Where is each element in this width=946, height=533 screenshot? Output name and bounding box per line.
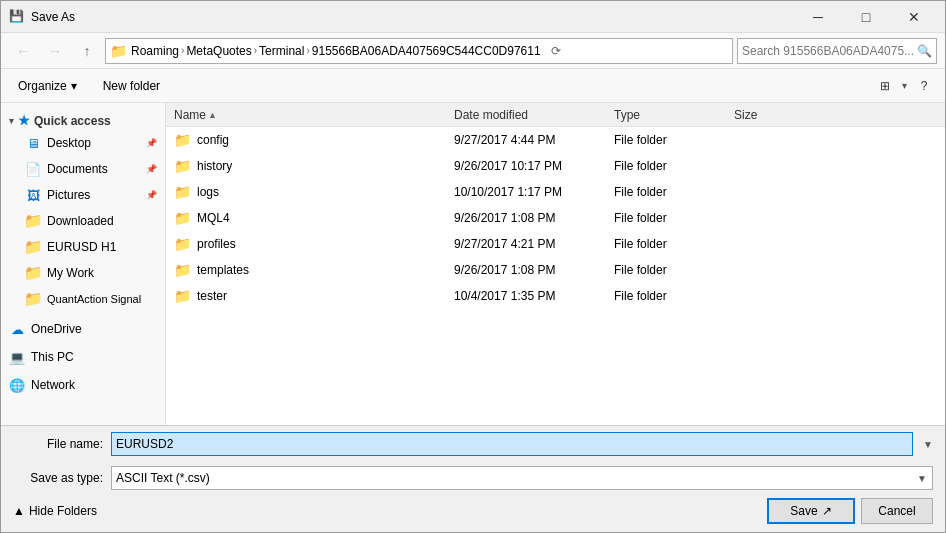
sidebar-thispc-label: This PC <box>31 350 74 364</box>
file-list-header: Name ▲ Date modified Type Size <box>166 103 945 127</box>
downloaded-icon: 📁 <box>25 213 41 229</box>
col-date-label: Date modified <box>454 108 528 122</box>
folder-icon-sm: 📁 <box>174 288 191 304</box>
file-cell-type: File folder <box>614 211 734 225</box>
sidebar-item-pictures[interactable]: 🖼 Pictures 📌 <box>1 182 165 208</box>
sidebar-item-quantaction[interactable]: 📁 QuantAction Signal <box>1 286 165 312</box>
quick-access-chevron-icon: ▾ <box>9 116 14 126</box>
file-cell-type: File folder <box>614 289 734 303</box>
title-bar: 💾 Save As ─ □ ✕ <box>1 1 945 33</box>
table-row[interactable]: 📁 tester 10/4/2017 1:35 PM File folder <box>166 283 945 309</box>
breadcrumb-metaquotes[interactable]: MetaQuotes <box>186 44 251 58</box>
sidebar-item-desktop[interactable]: 🖥 Desktop 📌 <box>1 130 165 156</box>
col-type-label: Type <box>614 108 640 122</box>
file-cell-name: 📁 profiles <box>174 236 454 252</box>
sidebar: ▾ ★ Quick access 🖥 Desktop 📌 📄 Documents… <box>1 103 166 425</box>
cursor-icon: ↗ <box>822 504 832 518</box>
up-button[interactable]: ↑ <box>73 37 101 65</box>
col-name-label: Name <box>174 108 206 122</box>
sidebar-desktop-label: Desktop <box>47 136 91 150</box>
back-button[interactable]: ← <box>9 37 37 65</box>
folder-icon-sm: 📁 <box>174 262 191 278</box>
pictures-icon: 🖼 <box>25 187 41 203</box>
bottom-bar: File name: ▼ Save as type: ASCII Text (*… <box>1 425 945 532</box>
breadcrumb-roaming[interactable]: Roaming <box>131 44 179 58</box>
sidebar-onedrive-label: OneDrive <box>31 322 82 336</box>
onedrive-icon: ☁ <box>9 321 25 337</box>
dialog-title: Save As <box>31 10 795 24</box>
address-bar[interactable]: 📁 Roaming › MetaQuotes › Terminal › 9155… <box>105 38 733 64</box>
column-header-size[interactable]: Size <box>734 108 937 122</box>
file-name-text: history <box>197 159 232 173</box>
folder-icon-sm: 📁 <box>174 236 191 252</box>
file-cell-date: 9/27/2017 4:44 PM <box>454 133 614 147</box>
file-name-text: templates <box>197 263 249 277</box>
column-header-name[interactable]: Name ▲ <box>174 108 454 122</box>
file-cell-type: File folder <box>614 159 734 173</box>
dialog-icon: 💾 <box>9 9 25 25</box>
close-button[interactable]: ✕ <box>891 1 937 33</box>
file-cell-type: File folder <box>614 263 734 277</box>
sidebar-item-documents[interactable]: 📄 Documents 📌 <box>1 156 165 182</box>
hide-folders-chevron-icon: ▲ <box>13 504 25 518</box>
file-cell-date: 10/10/2017 1:17 PM <box>454 185 614 199</box>
search-box[interactable]: 🔍 <box>737 38 937 64</box>
file-cell-name: 📁 history <box>174 158 454 174</box>
filename-row: File name: ▼ <box>1 426 945 460</box>
file-cell-date: 9/27/2017 4:21 PM <box>454 237 614 251</box>
desktop-icon: 🖥 <box>25 135 41 151</box>
save-label: Save <box>790 504 817 518</box>
forward-button[interactable]: → <box>41 37 69 65</box>
table-row[interactable]: 📁 logs 10/10/2017 1:17 PM File folder <box>166 179 945 205</box>
sidebar-item-my-work[interactable]: 📁 My Work <box>1 260 165 286</box>
view-button[interactable]: ⊞ <box>872 73 898 99</box>
folder-icon-sm: 📁 <box>174 210 191 226</box>
quick-access-header[interactable]: ▾ ★ Quick access <box>1 107 165 130</box>
table-row[interactable]: 📁 config 9/27/2017 4:44 PM File folder <box>166 127 945 153</box>
organize-button[interactable]: Organize ▾ <box>9 73 86 99</box>
sidebar-network-label: Network <box>31 378 75 392</box>
maximize-button[interactable]: □ <box>843 1 889 33</box>
new-folder-button[interactable]: New folder <box>94 73 169 99</box>
table-row[interactable]: 📁 history 9/26/2017 10:17 PM File folder <box>166 153 945 179</box>
quantaction-icon: 📁 <box>25 291 41 307</box>
breadcrumb: Roaming › MetaQuotes › Terminal › 915566… <box>131 44 541 58</box>
network-icon: 🌐 <box>9 377 25 393</box>
filetype-select[interactable]: ASCII Text (*.csv) All Files (*.*) <box>111 466 933 490</box>
file-cell-name: 📁 tester <box>174 288 454 304</box>
file-list: Name ▲ Date modified Type Size 📁 config <box>166 103 945 425</box>
hide-folders-button[interactable]: ▲ Hide Folders <box>13 504 97 518</box>
thispc-icon: 💻 <box>9 349 25 365</box>
cancel-button[interactable]: Cancel <box>861 498 933 524</box>
help-button[interactable]: ? <box>911 73 937 99</box>
my-work-icon: 📁 <box>25 265 41 281</box>
breadcrumb-folder-id[interactable]: 915566BA06ADA407569C544CC0D97611 <box>312 44 541 58</box>
file-name-text: config <box>197 133 229 147</box>
address-refresh-button[interactable]: ⟳ <box>545 40 567 62</box>
column-header-date[interactable]: Date modified <box>454 108 614 122</box>
file-cell-type: File folder <box>614 237 734 251</box>
sidebar-item-thispc[interactable]: 💻 This PC <box>1 344 165 370</box>
folder-icon-sm: 📁 <box>174 184 191 200</box>
file-cell-date: 9/26/2017 1:08 PM <box>454 211 614 225</box>
file-name-text: profiles <box>197 237 236 251</box>
sidebar-pictures-label: Pictures <box>47 188 90 202</box>
sidebar-item-onedrive[interactable]: ☁ OneDrive <box>1 316 165 342</box>
file-cell-type: File folder <box>614 133 734 147</box>
save-button[interactable]: Save ↗ <box>767 498 855 524</box>
sidebar-item-eurusd-h1[interactable]: 📁 EURUSD H1 <box>1 234 165 260</box>
column-header-type[interactable]: Type <box>614 108 734 122</box>
file-cell-name: 📁 MQL4 <box>174 210 454 226</box>
breadcrumb-terminal[interactable]: Terminal <box>259 44 304 58</box>
toolbar-right: ⊞ ▾ ? <box>872 73 937 99</box>
file-cell-date: 9/26/2017 1:08 PM <box>454 263 614 277</box>
table-row[interactable]: 📁 MQL4 9/26/2017 1:08 PM File folder <box>166 205 945 231</box>
table-row[interactable]: 📁 templates 9/26/2017 1:08 PM File folde… <box>166 257 945 283</box>
filetype-row: Save as type: ASCII Text (*.csv) All Fil… <box>1 460 945 494</box>
sidebar-item-network[interactable]: 🌐 Network <box>1 372 165 398</box>
sidebar-item-downloaded[interactable]: 📁 Downloaded <box>1 208 165 234</box>
filename-input[interactable] <box>111 432 913 456</box>
search-input[interactable] <box>742 44 917 58</box>
minimize-button[interactable]: ─ <box>795 1 841 33</box>
table-row[interactable]: 📁 profiles 9/27/2017 4:21 PM File folder <box>166 231 945 257</box>
